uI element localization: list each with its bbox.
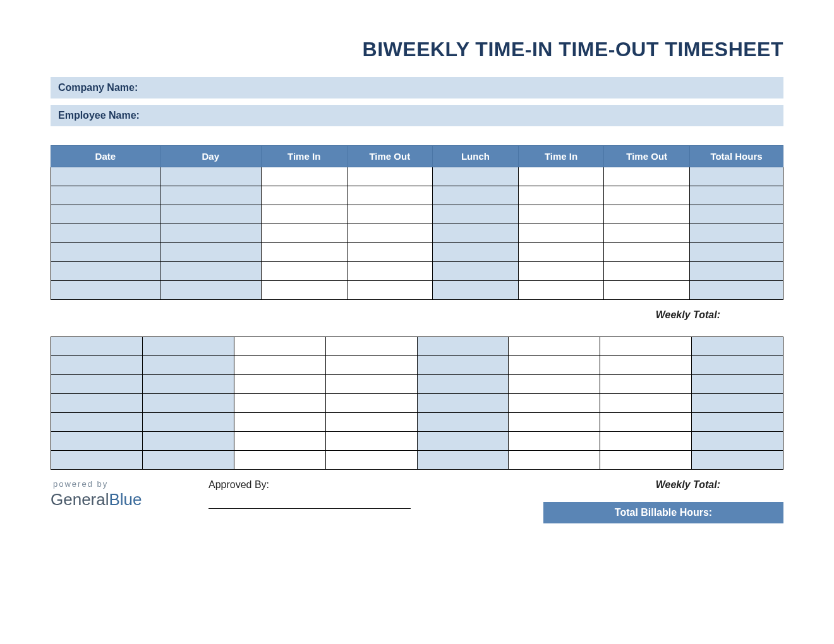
table-cell[interactable] [160, 167, 261, 186]
table-cell[interactable] [325, 451, 417, 470]
table-cell[interactable] [417, 337, 509, 356]
table-cell[interactable] [604, 224, 690, 243]
table-cell[interactable] [261, 281, 347, 300]
table-cell[interactable] [600, 356, 692, 375]
table-cell[interactable] [51, 451, 143, 470]
table-cell[interactable] [51, 167, 160, 186]
table-cell[interactable] [433, 224, 519, 243]
table-cell[interactable] [51, 186, 160, 205]
employee-name-bar[interactable]: Employee Name: [51, 105, 783, 126]
table-cell[interactable] [51, 394, 143, 413]
table-cell[interactable] [234, 432, 325, 451]
table-cell[interactable] [518, 186, 604, 205]
table-cell[interactable] [234, 413, 325, 432]
table-cell[interactable] [347, 186, 433, 205]
table-cell[interactable] [160, 205, 261, 224]
table-cell[interactable] [600, 432, 692, 451]
table-cell[interactable] [509, 413, 600, 432]
table-cell[interactable] [690, 243, 783, 262]
table-cell[interactable] [234, 375, 325, 394]
table-cell[interactable] [51, 356, 143, 375]
table-cell[interactable] [325, 413, 417, 432]
table-cell[interactable] [347, 167, 433, 186]
table-cell[interactable] [600, 375, 692, 394]
table-cell[interactable] [142, 451, 234, 470]
table-cell[interactable] [325, 432, 417, 451]
table-cell[interactable] [51, 281, 160, 300]
table-cell[interactable] [604, 262, 690, 281]
table-cell[interactable] [261, 262, 347, 281]
table-cell[interactable] [261, 186, 347, 205]
table-cell[interactable] [417, 432, 509, 451]
table-cell[interactable] [51, 432, 143, 451]
table-cell[interactable] [51, 224, 160, 243]
table-cell[interactable] [690, 205, 783, 224]
table-cell[interactable] [692, 337, 783, 356]
table-cell[interactable] [433, 167, 519, 186]
table-cell[interactable] [433, 186, 519, 205]
table-cell[interactable] [690, 281, 783, 300]
table-cell[interactable] [509, 337, 600, 356]
table-cell[interactable] [433, 262, 519, 281]
table-cell[interactable] [325, 394, 417, 413]
table-cell[interactable] [160, 224, 261, 243]
table-cell[interactable] [261, 224, 347, 243]
table-cell[interactable] [690, 186, 783, 205]
table-cell[interactable] [142, 394, 234, 413]
table-cell[interactable] [509, 451, 600, 470]
table-cell[interactable] [417, 413, 509, 432]
table-cell[interactable] [604, 205, 690, 224]
table-cell[interactable] [142, 356, 234, 375]
table-cell[interactable] [604, 243, 690, 262]
table-cell[interactable] [417, 375, 509, 394]
table-cell[interactable] [51, 262, 160, 281]
table-cell[interactable] [347, 281, 433, 300]
table-cell[interactable] [518, 281, 604, 300]
table-cell[interactable] [518, 243, 604, 262]
table-cell[interactable] [347, 224, 433, 243]
table-cell[interactable] [51, 337, 143, 356]
table-cell[interactable] [234, 451, 325, 470]
table-cell[interactable] [234, 337, 325, 356]
table-cell[interactable] [518, 262, 604, 281]
table-cell[interactable] [600, 394, 692, 413]
table-cell[interactable] [51, 375, 143, 394]
table-cell[interactable] [690, 224, 783, 243]
table-cell[interactable] [142, 413, 234, 432]
table-cell[interactable] [142, 337, 234, 356]
table-cell[interactable] [692, 451, 783, 470]
table-cell[interactable] [417, 356, 509, 375]
table-cell[interactable] [600, 413, 692, 432]
table-cell[interactable] [160, 281, 261, 300]
table-cell[interactable] [261, 167, 347, 186]
table-cell[interactable] [518, 205, 604, 224]
table-cell[interactable] [417, 394, 509, 413]
table-cell[interactable] [604, 167, 690, 186]
table-cell[interactable] [604, 281, 690, 300]
table-cell[interactable] [51, 413, 143, 432]
table-cell[interactable] [160, 243, 261, 262]
table-cell[interactable] [692, 356, 783, 375]
table-cell[interactable] [261, 243, 347, 262]
table-cell[interactable] [433, 281, 519, 300]
table-cell[interactable] [51, 243, 160, 262]
table-cell[interactable] [325, 337, 417, 356]
table-cell[interactable] [51, 205, 160, 224]
table-cell[interactable] [142, 375, 234, 394]
table-cell[interactable] [261, 205, 347, 224]
table-cell[interactable] [692, 394, 783, 413]
table-cell[interactable] [234, 356, 325, 375]
table-cell[interactable] [690, 167, 783, 186]
table-cell[interactable] [234, 394, 325, 413]
company-name-bar[interactable]: Company Name: [51, 77, 783, 98]
table-cell[interactable] [325, 375, 417, 394]
table-cell[interactable] [347, 262, 433, 281]
table-cell[interactable] [433, 205, 519, 224]
table-cell[interactable] [692, 413, 783, 432]
table-cell[interactable] [604, 186, 690, 205]
table-cell[interactable] [600, 451, 692, 470]
signature-line[interactable] [208, 508, 411, 509]
table-cell[interactable] [347, 205, 433, 224]
table-cell[interactable] [325, 356, 417, 375]
table-cell[interactable] [692, 375, 783, 394]
